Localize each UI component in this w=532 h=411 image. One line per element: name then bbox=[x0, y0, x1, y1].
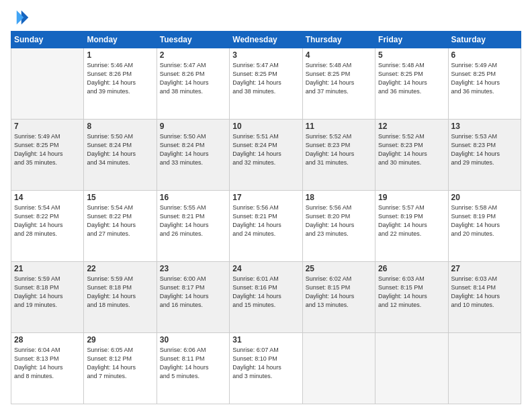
day-number: 25 bbox=[306, 264, 372, 273]
day-info: Sunrise: 5:52 AM Sunset: 8:23 PM Dayligh… bbox=[378, 132, 445, 167]
day-info: Sunrise: 6:03 AM Sunset: 8:15 PM Dayligh… bbox=[378, 275, 445, 310]
calendar-cell: 21Sunrise: 5:59 AM Sunset: 8:18 PM Dayli… bbox=[11, 262, 84, 333]
day-number: 4 bbox=[306, 50, 372, 60]
calendar-cell: 12Sunrise: 5:52 AM Sunset: 8:23 PM Dayli… bbox=[375, 120, 448, 191]
day-number: 10 bbox=[232, 122, 299, 131]
day-number: 9 bbox=[160, 122, 226, 131]
calendar-cell: 27Sunrise: 6:03 AM Sunset: 8:14 PM Dayli… bbox=[448, 262, 521, 333]
header bbox=[11, 8, 521, 27]
calendar-cell: 13Sunrise: 5:53 AM Sunset: 8:23 PM Dayli… bbox=[448, 120, 521, 191]
calendar-cell: 18Sunrise: 5:56 AM Sunset: 8:20 PM Dayli… bbox=[302, 191, 375, 262]
day-info: Sunrise: 6:02 AM Sunset: 8:15 PM Dayligh… bbox=[306, 275, 372, 310]
day-info: Sunrise: 5:57 AM Sunset: 8:19 PM Dayligh… bbox=[378, 203, 445, 238]
day-number: 16 bbox=[160, 193, 226, 202]
day-info: Sunrise: 5:47 AM Sunset: 8:25 PM Dayligh… bbox=[232, 61, 299, 96]
day-number: 30 bbox=[160, 335, 226, 345]
day-info: Sunrise: 6:04 AM Sunset: 8:13 PM Dayligh… bbox=[14, 346, 81, 381]
day-number: 26 bbox=[378, 264, 445, 273]
day-info: Sunrise: 5:46 AM Sunset: 8:26 PM Dayligh… bbox=[87, 61, 153, 96]
day-info: Sunrise: 5:59 AM Sunset: 8:18 PM Dayligh… bbox=[14, 275, 81, 310]
day-info: Sunrise: 5:59 AM Sunset: 8:18 PM Dayligh… bbox=[87, 275, 153, 310]
day-number: 31 bbox=[232, 335, 299, 345]
day-number: 21 bbox=[14, 264, 81, 273]
day-info: Sunrise: 5:50 AM Sunset: 8:24 PM Dayligh… bbox=[160, 132, 226, 167]
day-info: Sunrise: 6:07 AM Sunset: 8:10 PM Dayligh… bbox=[232, 346, 299, 381]
day-number: 18 bbox=[306, 193, 372, 202]
logo-icon bbox=[11, 8, 30, 27]
day-number: 2 bbox=[160, 50, 226, 60]
calendar-cell: 6Sunrise: 5:49 AM Sunset: 8:25 PM Daylig… bbox=[448, 48, 521, 120]
day-info: Sunrise: 5:54 AM Sunset: 8:22 PM Dayligh… bbox=[87, 203, 153, 238]
day-info: Sunrise: 5:47 AM Sunset: 8:26 PM Dayligh… bbox=[160, 61, 226, 96]
day-info: Sunrise: 5:48 AM Sunset: 8:25 PM Dayligh… bbox=[378, 61, 445, 96]
day-info: Sunrise: 6:06 AM Sunset: 8:11 PM Dayligh… bbox=[160, 346, 226, 381]
calendar-cell bbox=[375, 333, 448, 404]
day-number: 27 bbox=[451, 264, 518, 273]
logo bbox=[11, 8, 32, 27]
calendar-cell: 10Sunrise: 5:51 AM Sunset: 8:24 PM Dayli… bbox=[230, 120, 302, 191]
calendar-cell: 22Sunrise: 5:59 AM Sunset: 8:18 PM Dayli… bbox=[84, 262, 157, 333]
day-number: 29 bbox=[87, 335, 153, 345]
day-number: 1 bbox=[87, 50, 153, 60]
day-info: Sunrise: 5:56 AM Sunset: 8:20 PM Dayligh… bbox=[306, 203, 372, 238]
calendar-cell: 7Sunrise: 5:49 AM Sunset: 8:25 PM Daylig… bbox=[11, 120, 84, 191]
day-info: Sunrise: 5:53 AM Sunset: 8:23 PM Dayligh… bbox=[451, 132, 518, 167]
day-number: 7 bbox=[14, 122, 81, 131]
day-info: Sunrise: 5:51 AM Sunset: 8:24 PM Dayligh… bbox=[232, 132, 299, 167]
calendar-cell: 30Sunrise: 6:06 AM Sunset: 8:11 PM Dayli… bbox=[157, 333, 229, 404]
calendar-cell: 26Sunrise: 6:03 AM Sunset: 8:15 PM Dayli… bbox=[375, 262, 448, 333]
day-info: Sunrise: 6:01 AM Sunset: 8:16 PM Dayligh… bbox=[232, 275, 299, 310]
calendar-week-row: 7Sunrise: 5:49 AM Sunset: 8:25 PM Daylig… bbox=[11, 120, 521, 191]
day-number: 24 bbox=[232, 264, 299, 273]
day-info: Sunrise: 5:49 AM Sunset: 8:25 PM Dayligh… bbox=[14, 132, 81, 167]
day-info: Sunrise: 5:58 AM Sunset: 8:19 PM Dayligh… bbox=[451, 203, 518, 238]
calendar-cell: 11Sunrise: 5:52 AM Sunset: 8:23 PM Dayli… bbox=[302, 120, 375, 191]
calendar-week-row: 21Sunrise: 5:59 AM Sunset: 8:18 PM Dayli… bbox=[11, 262, 521, 333]
day-number: 13 bbox=[451, 122, 518, 131]
calendar-header-thursday: Thursday bbox=[302, 32, 375, 48]
day-number: 6 bbox=[451, 50, 518, 60]
day-number: 14 bbox=[14, 193, 81, 202]
calendar-cell: 5Sunrise: 5:48 AM Sunset: 8:25 PM Daylig… bbox=[375, 48, 448, 120]
calendar-header-friday: Friday bbox=[375, 32, 448, 48]
calendar-cell: 15Sunrise: 5:54 AM Sunset: 8:22 PM Dayli… bbox=[84, 191, 157, 262]
day-info: Sunrise: 5:48 AM Sunset: 8:25 PM Dayligh… bbox=[306, 61, 372, 96]
calendar-cell: 1Sunrise: 5:46 AM Sunset: 8:26 PM Daylig… bbox=[84, 48, 157, 120]
calendar-cell: 29Sunrise: 6:05 AM Sunset: 8:12 PM Dayli… bbox=[84, 333, 157, 404]
calendar-week-row: 1Sunrise: 5:46 AM Sunset: 8:26 PM Daylig… bbox=[11, 48, 521, 120]
day-number: 8 bbox=[87, 122, 153, 131]
day-number: 3 bbox=[232, 50, 299, 60]
calendar-cell: 31Sunrise: 6:07 AM Sunset: 8:10 PM Dayli… bbox=[230, 333, 302, 404]
calendar-cell: 28Sunrise: 6:04 AM Sunset: 8:13 PM Dayli… bbox=[11, 333, 84, 404]
day-info: Sunrise: 5:55 AM Sunset: 8:21 PM Dayligh… bbox=[160, 203, 226, 238]
day-info: Sunrise: 5:52 AM Sunset: 8:23 PM Dayligh… bbox=[306, 132, 372, 167]
day-info: Sunrise: 5:50 AM Sunset: 8:24 PM Dayligh… bbox=[87, 132, 153, 167]
calendar-cell: 3Sunrise: 5:47 AM Sunset: 8:25 PM Daylig… bbox=[230, 48, 302, 120]
calendar-cell: 23Sunrise: 6:00 AM Sunset: 8:17 PM Dayli… bbox=[157, 262, 229, 333]
calendar-header-tuesday: Tuesday bbox=[157, 32, 229, 48]
calendar-cell: 17Sunrise: 5:56 AM Sunset: 8:21 PM Dayli… bbox=[230, 191, 302, 262]
page: SundayMondayTuesdayWednesdayThursdayFrid… bbox=[0, 0, 532, 411]
calendar-cell: 14Sunrise: 5:54 AM Sunset: 8:22 PM Dayli… bbox=[11, 191, 84, 262]
calendar-cell: 8Sunrise: 5:50 AM Sunset: 8:24 PM Daylig… bbox=[84, 120, 157, 191]
calendar-cell: 2Sunrise: 5:47 AM Sunset: 8:26 PM Daylig… bbox=[157, 48, 229, 120]
calendar-cell: 16Sunrise: 5:55 AM Sunset: 8:21 PM Dayli… bbox=[157, 191, 229, 262]
day-info: Sunrise: 5:49 AM Sunset: 8:25 PM Dayligh… bbox=[451, 61, 518, 96]
calendar-cell bbox=[11, 48, 84, 120]
calendar-cell bbox=[302, 333, 375, 404]
day-number: 20 bbox=[451, 193, 518, 202]
calendar-header-wednesday: Wednesday bbox=[230, 32, 302, 48]
day-number: 17 bbox=[232, 193, 299, 202]
calendar-header-monday: Monday bbox=[84, 32, 157, 48]
day-number: 23 bbox=[160, 264, 226, 273]
calendar-table: SundayMondayTuesdayWednesdayThursdayFrid… bbox=[11, 31, 521, 404]
day-number: 15 bbox=[87, 193, 153, 202]
day-number: 19 bbox=[378, 193, 445, 202]
calendar-cell: 9Sunrise: 5:50 AM Sunset: 8:24 PM Daylig… bbox=[157, 120, 229, 191]
day-number: 22 bbox=[87, 264, 153, 273]
day-info: Sunrise: 6:00 AM Sunset: 8:17 PM Dayligh… bbox=[160, 275, 226, 310]
day-info: Sunrise: 5:54 AM Sunset: 8:22 PM Dayligh… bbox=[14, 203, 81, 238]
day-number: 11 bbox=[306, 122, 372, 131]
day-info: Sunrise: 5:56 AM Sunset: 8:21 PM Dayligh… bbox=[232, 203, 299, 238]
calendar-cell: 19Sunrise: 5:57 AM Sunset: 8:19 PM Dayli… bbox=[375, 191, 448, 262]
